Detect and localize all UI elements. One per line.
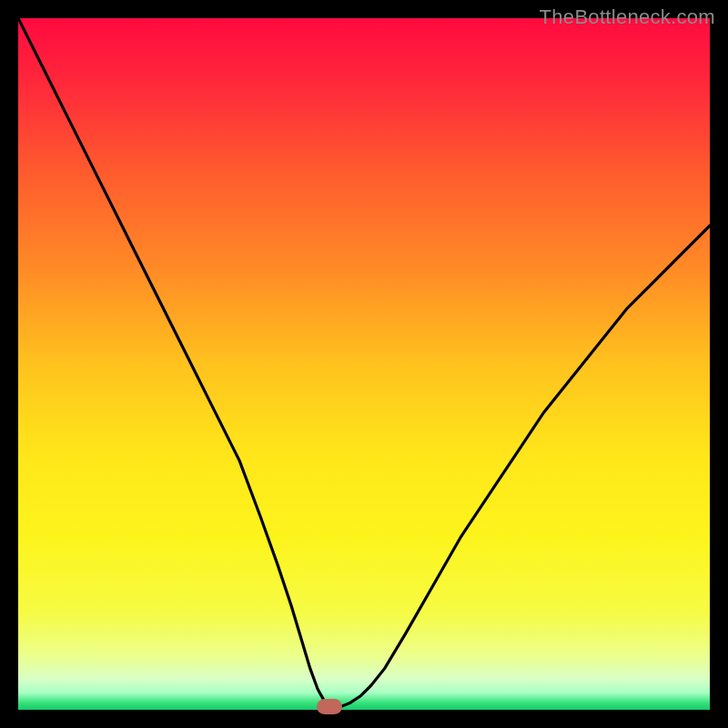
- gradient-background: [18, 18, 710, 710]
- watermark-text: TheBottleneck.com: [540, 5, 715, 29]
- chart-frame: TheBottleneck.com: [0, 0, 728, 728]
- plot-area: [18, 18, 710, 710]
- optimal-point-marker: [317, 699, 342, 714]
- bottleneck-chart: [18, 18, 710, 710]
